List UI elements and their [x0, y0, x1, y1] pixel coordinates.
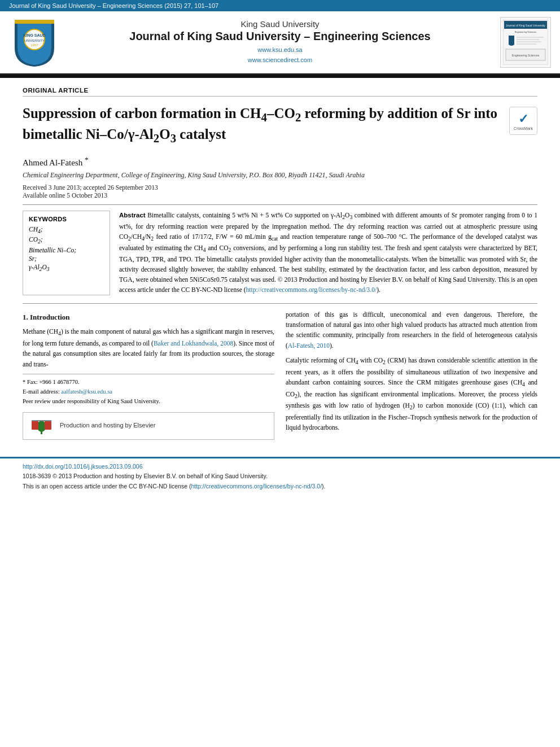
doi-section: http://dx.doi.org/10.1016/j.jksues.2013.… — [0, 458, 560, 498]
body-columns: 1. Introduction Methane (CH4) is the mai… — [23, 309, 537, 440]
journal-title: Journal of King Saud University – Engine… — [67, 30, 493, 43]
svg-text:Engineering Sciences: Engineering Sciences — [515, 30, 537, 33]
journal-citation: Journal of King Saud University – Engine… — [9, 2, 218, 9]
svg-text:KING SAUD: KING SAUD — [23, 33, 45, 37]
body-col-right: portation of this gas is difficult, unec… — [286, 309, 537, 440]
baker-ref-link[interactable]: Baker and Lokhandwala, 2008 — [154, 340, 233, 347]
article-title: Suppression of carbon formation in CH4–C… — [23, 104, 499, 146]
elsevier-box: Production and hosting by Elsevier — [23, 412, 274, 440]
received-date: Received 3 June 2013; accepted 26 Septem… — [23, 184, 537, 191]
author-footnote-star: * — [85, 155, 89, 164]
doi-link[interactable]: http://dx.doi.org/10.1016/j.jksues.2013.… — [23, 463, 143, 470]
header-urls: www.ksu.edu.sa www.sciencedirect.com — [67, 45, 493, 65]
svg-text:UNIVERSITY: UNIVERSITY — [24, 39, 45, 42]
footer-line-2: This is an open access article under the… — [23, 482, 537, 492]
footer-line-1: 1018-3639 © 2013 Production and hosting … — [23, 471, 537, 482]
keyword-5: γ-Al2O3 — [29, 264, 104, 272]
crossmark-icon: ✓ — [518, 112, 528, 126]
crossmark-badge[interactable]: ✓ CrossMark — [509, 107, 537, 135]
header-center: King Saud University Journal of King Sau… — [67, 19, 493, 65]
url1[interactable]: www.ksu.edu.sa — [67, 45, 493, 55]
svg-rect-11 — [517, 43, 536, 45]
keyword-3: Bimetallic Ni–Co; — [29, 247, 104, 254]
intro-para-2: portation of this gas is difficult, unec… — [286, 309, 537, 351]
footer-cc-link[interactable]: http://creativecommons.org/licenses/by-n… — [191, 483, 322, 490]
main-content: ORIGINAL ARTICLE Suppression of carbon f… — [0, 78, 560, 449]
svg-rect-19 — [32, 420, 51, 421]
article-type-label: ORIGINAL ARTICLE — [23, 87, 537, 97]
author-affiliation: Chemical Engineering Department, College… — [23, 171, 537, 180]
intro-heading: 1. Introduction — [23, 312, 274, 324]
keywords-title: KEYWORDS — [29, 216, 104, 222]
university-name: King Saud University — [67, 19, 493, 29]
abstract-cc-link[interactable]: http://creativecommons.org/licenses/by-n… — [246, 286, 377, 293]
abstract-section: KEYWORDS CH4; CO2; Bimetallic Ni–Co; Sr;… — [23, 211, 537, 295]
section-divider-top — [23, 204, 537, 205]
svg-rect-10 — [517, 41, 541, 42]
footnote-email-link[interactable]: aalfatesh@ksu.edu.sa — [61, 388, 112, 395]
keyword-2: CO2; — [29, 236, 104, 244]
svg-text:1957: 1957 — [30, 43, 38, 47]
elsevier-logo — [29, 416, 54, 436]
abstract-text: Abstract Bimetallic catalysts, containin… — [119, 211, 537, 295]
article-title-section: Suppression of carbon formation in CH4–C… — [23, 104, 537, 146]
footnote-peer-review: Peer review under responsibility of King… — [23, 397, 274, 407]
elsevier-text: Production and hosting by Elsevier — [60, 421, 155, 431]
intro-para-1: Methane (CH4) is the main component of n… — [23, 326, 274, 369]
ksu-logo-left: KING SAUD UNIVERSITY 1957 — [9, 17, 60, 68]
keyword-4: Sr; — [29, 255, 104, 262]
footnote-email-line: E-mail address: aalfatesh@ksu.edu.sa — [23, 387, 274, 397]
footnote-email-label: E-mail address: — [23, 388, 61, 395]
url2[interactable]: www.sciencedirect.com — [67, 55, 493, 65]
footnote-fax: * Fax: +966 1 4678770. — [23, 378, 274, 387]
svg-rect-17 — [32, 421, 38, 430]
abstract-label: Abstract — [119, 212, 146, 219]
crossmark-label: CrossMark — [514, 126, 533, 130]
svg-rect-18 — [45, 421, 51, 430]
journal-thumbnail: Journal of King Saud University Engineer… — [500, 17, 551, 68]
top-bar: Journal of King Saud University – Engine… — [0, 0, 560, 11]
svg-rect-9 — [517, 39, 539, 40]
svg-text:Journal of King Saud Universit: Journal of King Saud University — [506, 24, 545, 27]
section-divider-bottom — [23, 303, 537, 304]
journal-header: KING SAUD UNIVERSITY 1957 King Saud Univ… — [0, 11, 560, 75]
doi-line: http://dx.doi.org/10.1016/j.jksues.2013.… — [23, 462, 537, 472]
available-date: Available online 5 October 2013 — [23, 192, 537, 199]
keywords-box: KEYWORDS CH4; CO2; Bimetallic Ni–Co; Sr;… — [23, 211, 110, 295]
alfatesh-ref-link[interactable]: Al-Fatesh, 2010 — [288, 342, 330, 349]
keyword-1: CH4; — [29, 226, 104, 234]
footnote-area: * Fax: +966 1 4678770. E-mail address: a… — [23, 374, 274, 406]
svg-text:Engineering Sciences: Engineering Sciences — [512, 54, 540, 57]
intro-para-3: Catalytic reforming of CH4 with CO2 (CRM… — [286, 355, 537, 433]
svg-rect-8 — [517, 37, 544, 38]
body-col-left: 1. Introduction Methane (CH4) is the mai… — [23, 309, 274, 440]
author-name: Ahmed Al-Fatesh * — [23, 155, 537, 168]
